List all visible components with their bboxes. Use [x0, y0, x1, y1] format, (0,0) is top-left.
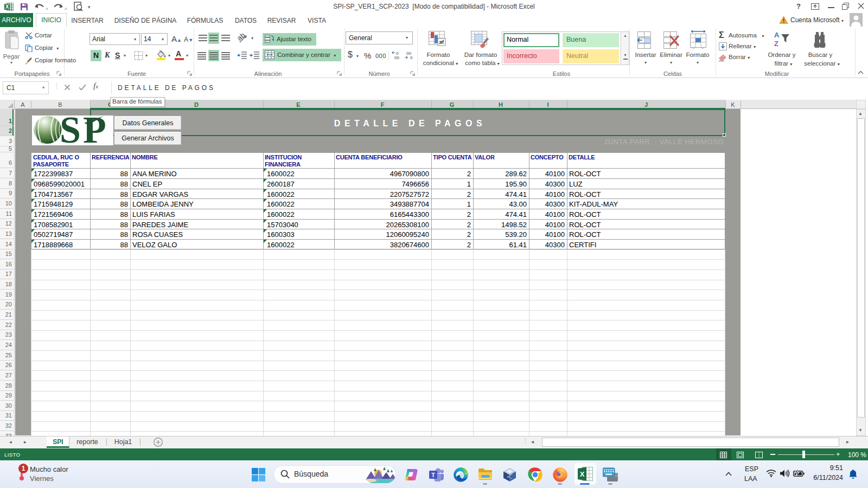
svg-text:S: S: [60, 115, 81, 145]
svg-text:0: 0: [410, 55, 413, 60]
svg-text:Z: Z: [774, 40, 778, 48]
svg-text:1: 1: [22, 465, 25, 472]
svg-text:T: T: [431, 472, 435, 478]
svg-text:00: 00: [394, 55, 399, 60]
svg-text:X: X: [580, 470, 585, 478]
svg-text:A: A: [774, 31, 780, 39]
